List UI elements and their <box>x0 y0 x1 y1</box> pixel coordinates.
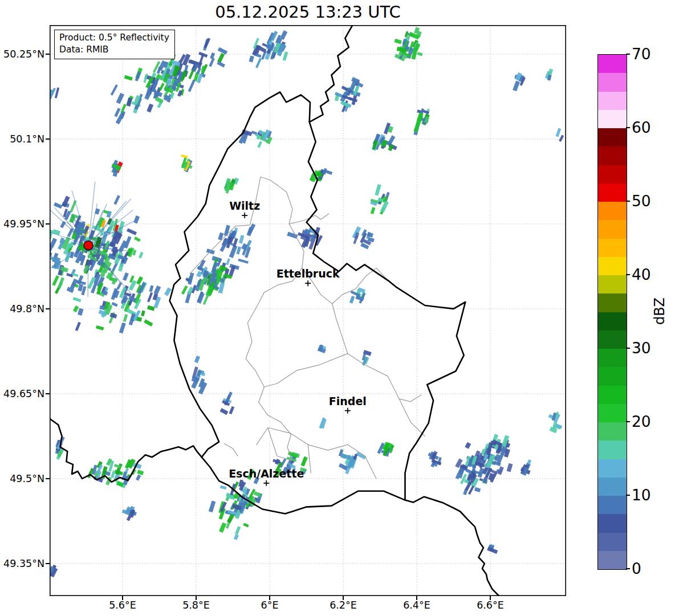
echo-cell <box>465 442 471 449</box>
city-marker <box>242 213 247 218</box>
colorbar-band <box>598 239 627 257</box>
colorbar-tick-mark <box>626 495 630 496</box>
city-label: Wiltz <box>229 199 260 212</box>
echo-cell <box>116 93 124 104</box>
radar-site-dot <box>84 241 93 250</box>
echo-cell <box>144 319 153 327</box>
product-info-box: Product: 0.5° Reflectivity Data: RMIB <box>54 30 175 59</box>
echo-cell <box>243 523 249 528</box>
echo-cell <box>194 356 200 363</box>
colorbar-band <box>598 202 627 220</box>
echo-cell <box>139 252 144 259</box>
colorbar-tick-mark <box>626 127 630 128</box>
echo-cell <box>136 474 141 480</box>
y-tick-mark <box>46 223 50 225</box>
colorbar-band <box>598 146 627 165</box>
echo-cell <box>118 263 124 272</box>
y-tick-label: 49.35°N <box>0 557 44 570</box>
colorbar-band <box>598 404 627 422</box>
echo-cell <box>70 279 78 289</box>
colorbar-unit-label: dBZ <box>652 288 669 334</box>
colorbar-tick-mark <box>626 54 630 55</box>
city-label: Esch/Alzette <box>229 467 304 480</box>
echo-cell <box>159 83 165 91</box>
city-label: Ettelbruck <box>276 267 340 280</box>
country-border <box>405 497 503 596</box>
echo-cell <box>116 282 122 290</box>
echo-cell <box>235 526 241 535</box>
echo-cell <box>181 285 188 295</box>
plot-title: 05.12.2025 13:23 UTC <box>50 2 566 22</box>
echo-cell <box>234 534 239 540</box>
echo-cell <box>220 486 227 490</box>
echo-cell <box>349 296 355 304</box>
echo-cell <box>238 259 249 264</box>
x-tick-mark <box>416 596 417 600</box>
echo-cell <box>72 273 79 278</box>
colorbar-tick-label: 50 <box>632 192 651 210</box>
echo-cell <box>341 454 351 460</box>
colorbar-tick-mark <box>626 421 630 422</box>
y-tick-label: 50.1°N <box>0 133 44 145</box>
echo-cell <box>52 275 59 286</box>
echo-cell <box>220 408 229 415</box>
echo-cell <box>513 80 520 91</box>
colorbar-band <box>598 128 627 146</box>
colorbar-tick-label: 70 <box>632 45 651 63</box>
echo-cell <box>209 500 216 512</box>
colorbar-band <box>598 257 627 275</box>
colorbar <box>597 54 627 570</box>
echo-cell <box>394 39 401 44</box>
echo-cell <box>371 207 376 214</box>
colorbar-band <box>598 386 627 404</box>
clutter-spoke <box>88 246 88 297</box>
colorbar-band <box>598 220 627 238</box>
colorbar-tick-label: 60 <box>632 119 651 137</box>
echo-cell <box>474 487 481 492</box>
x-tick-mark <box>122 596 123 600</box>
colorbar-tick-mark <box>626 348 630 349</box>
echo-cell <box>134 236 141 242</box>
colorbar-band <box>598 73 627 91</box>
echo-cell <box>300 456 307 467</box>
district-border <box>224 443 238 456</box>
echo-cell <box>133 215 140 224</box>
echo-cell <box>126 97 132 107</box>
echo-cell <box>78 308 83 316</box>
radar-map-svg: WiltzEttelbruckFindelEsch/Alzette <box>50 25 566 596</box>
colorbar-tick-label: 10 <box>632 486 651 504</box>
echo-cell <box>123 314 128 322</box>
colorbar-band <box>598 92 627 110</box>
echo-cell <box>135 71 141 81</box>
echo-cell <box>229 406 235 415</box>
echo-cell <box>417 52 422 56</box>
echo-cell <box>226 258 230 265</box>
colorbar-band <box>598 293 627 312</box>
echo-cell <box>219 523 226 533</box>
colorbar-band <box>598 551 627 569</box>
y-tick-label: 49.65°N <box>0 387 44 400</box>
y-tick-label: 49.5°N <box>0 472 44 485</box>
echo-cell <box>127 228 137 235</box>
y-tick-label: 49.8°N <box>0 303 44 315</box>
colorbar-band <box>598 422 627 440</box>
echo-cell <box>197 68 202 75</box>
colorbar-tick-label: 0 <box>632 560 641 578</box>
echo-cell <box>112 302 118 307</box>
echo-cell <box>254 491 262 497</box>
echo-cell <box>123 272 129 281</box>
echo-cell <box>188 80 196 92</box>
map-area: WiltzEttelbruckFindelEsch/Alzette <box>50 25 566 596</box>
x-tick-mark <box>343 596 344 600</box>
echo-cell <box>413 121 421 132</box>
colorbar-band <box>598 165 627 183</box>
echo-cell <box>258 46 266 53</box>
echo-cell <box>210 52 215 59</box>
echo-cell <box>136 276 143 285</box>
echo-cell <box>119 323 126 333</box>
district-border <box>399 399 425 436</box>
echo-cell <box>111 84 118 96</box>
echo-cell <box>50 238 57 247</box>
x-tick-label: 5.8°E <box>170 599 222 611</box>
echo-cell <box>149 285 154 292</box>
